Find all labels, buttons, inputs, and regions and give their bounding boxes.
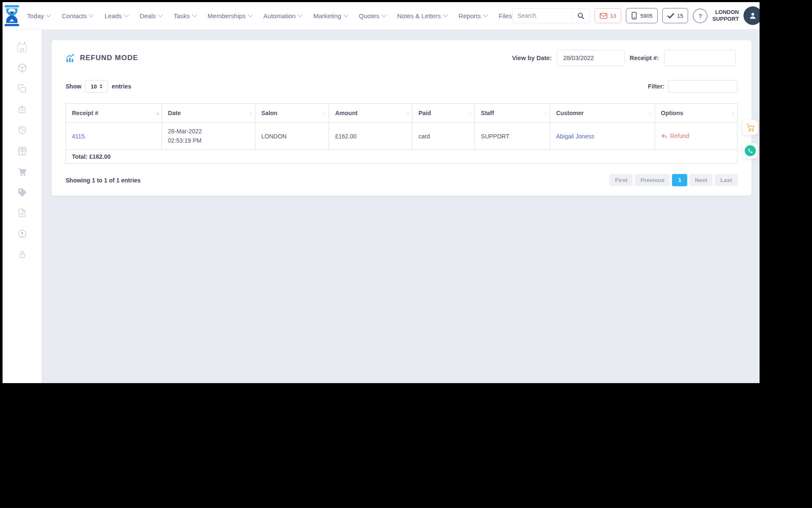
column-header-receipt[interactable]: Receipt #↑↓ (66, 104, 162, 123)
tasks-count: 15 (677, 13, 683, 19)
cell-paid: card (412, 123, 475, 150)
top-navigation-bar: Today Contacts Leads Deals Tasks Members… (3, 2, 760, 29)
refund-button[interactable]: Refund (661, 133, 689, 139)
view-by-date-input[interactable] (557, 50, 625, 66)
sidebar-item-duplicates[interactable] (16, 83, 27, 94)
person-icon (748, 11, 757, 20)
sort-icon: ↑↓ (323, 111, 325, 116)
question-mark-icon: ? (698, 12, 702, 19)
chevron-down-icon (343, 12, 348, 17)
show-entries-select[interactable]: 10 (85, 80, 108, 93)
pagination-last[interactable]: Last (715, 174, 738, 186)
nav-label: Files (499, 12, 512, 19)
sms-credit-badge[interactable]: 5905 (626, 8, 658, 23)
app-logo[interactable] (3, 5, 21, 26)
sidebar-item-security[interactable] (16, 249, 27, 260)
nav-label: Memberships (208, 12, 246, 19)
show-entries-control: Show 10 entries (66, 80, 131, 93)
nav-item-memberships[interactable]: Memberships (208, 12, 252, 19)
sidebar-item-pos[interactable] (16, 166, 27, 177)
sidebar-item-reports[interactable] (16, 208, 27, 218)
column-label: Salon (261, 110, 277, 116)
pagination-next[interactable]: Next (689, 174, 713, 186)
sidebar-item-calendar[interactable]: 12 (16, 42, 27, 52)
search-icon[interactable] (572, 8, 590, 23)
sidebar-item-gift-vouchers[interactable] (16, 146, 27, 156)
sidebar-item-discounts[interactable] (16, 187, 27, 197)
column-header-paid[interactable]: Paid↑↓ (412, 104, 475, 123)
nav-item-notes-letters[interactable]: Notes & Letters (397, 12, 447, 19)
global-search (512, 8, 590, 23)
nav-item-files[interactable]: Files (499, 12, 512, 19)
receipt-link[interactable]: 4115. (72, 133, 86, 140)
pagination-page-1[interactable]: 1 (672, 174, 687, 186)
nav-item-today[interactable]: Today (27, 12, 50, 19)
nav-item-contacts[interactable]: Contacts (62, 12, 93, 19)
column-header-staff[interactable]: Staff↑↓ (475, 104, 550, 123)
user-avatar[interactable] (743, 6, 760, 25)
floating-cart-button[interactable] (743, 120, 758, 135)
date-value: 28-Mar-2022 (168, 127, 249, 136)
column-label: Staff (481, 110, 494, 116)
chevron-down-icon (248, 12, 252, 17)
chevron-down-icon (46, 12, 51, 17)
column-header-date[interactable]: Date↑↓ (162, 104, 255, 123)
column-header-customer[interactable]: Customer↑↓ (550, 104, 655, 123)
sort-icon: ↑↓ (544, 111, 546, 116)
stepper-icon (100, 84, 102, 88)
nav-item-deals[interactable]: Deals (140, 12, 162, 19)
help-button[interactable]: ? (693, 8, 708, 23)
sidebar-item-history[interactable] (16, 125, 27, 135)
nav-item-marketing[interactable]: Marketing (313, 12, 348, 19)
cell-receipt: 4115. (66, 123, 162, 150)
logged-in-user-name: LONDON SUPPORT (712, 9, 739, 23)
nav-item-tasks[interactable]: Tasks (173, 12, 196, 19)
column-header-options[interactable]: Options↑↓ (655, 104, 737, 123)
sms-count: 5905 (640, 13, 653, 19)
price-tag-icon (17, 188, 27, 197)
chevron-down-icon (89, 12, 94, 17)
table-footer: Showing 1 to 1 of 1 entries First Previo… (66, 174, 738, 186)
hourglass-logo-icon (3, 5, 21, 26)
mail-notifications-badge[interactable]: 13 (595, 8, 621, 23)
tasks-done-badge[interactable]: 15 (662, 8, 688, 23)
page-title-text: REFUND MODE (80, 54, 138, 62)
lock-icon (18, 250, 27, 259)
column-header-salon[interactable]: Salon↑↓ (255, 104, 329, 123)
search-input[interactable] (513, 12, 572, 19)
sidebar-item-orders[interactable] (16, 104, 27, 114)
sort-icon: ↑↓ (156, 111, 158, 116)
sidebar-item-products[interactable] (16, 63, 27, 73)
package-icon (17, 63, 27, 73)
column-header-amount[interactable]: Amount↑↓ (329, 104, 412, 123)
app-window: Today Contacts Leads Deals Tasks Members… (3, 2, 760, 383)
nav-item-automation[interactable]: Automation (263, 12, 302, 19)
nav-label: Deals (140, 12, 156, 19)
filter-input[interactable] (668, 80, 738, 93)
receipt-number-label: Receipt #: (630, 55, 659, 61)
nav-label: Marketing (313, 12, 341, 19)
receipt-number-input[interactable] (664, 50, 736, 66)
column-label: Date (168, 110, 181, 116)
pagination-first[interactable]: First (609, 174, 633, 186)
sidebar-item-account[interactable] (16, 229, 27, 239)
refund-mode-card: REFUND MODE View by Date: Receipt #: Sho… (52, 40, 752, 196)
whatsapp-phone-icon (745, 145, 756, 156)
nav-label: Notes & Letters (397, 12, 441, 19)
customer-link[interactable]: Abigail Joness (556, 133, 594, 140)
showing-entries-text: Showing 1 to 1 of 1 entries (66, 177, 140, 184)
user-name-line1: LONDON (712, 9, 739, 16)
floating-whatsapp-button[interactable] (743, 143, 758, 158)
pagination-previous[interactable]: Previous (635, 174, 670, 186)
view-by-date-label: View by Date: (512, 55, 552, 61)
pagination: First Previous 1 Next Last (609, 174, 738, 186)
nav-item-quotes[interactable]: Quotes (359, 12, 386, 19)
cell-customer: Abigail Joness (550, 123, 655, 150)
chevron-down-icon (443, 12, 448, 17)
return-arrow-icon (661, 133, 667, 139)
nav-item-leads[interactable]: Leads (104, 12, 128, 19)
main-content-area: REFUND MODE View by Date: Receipt #: Sho… (41, 29, 760, 383)
nav-label: Automation (263, 12, 296, 19)
cart-icon (17, 167, 27, 177)
nav-item-reports[interactable]: Reports (458, 12, 487, 19)
